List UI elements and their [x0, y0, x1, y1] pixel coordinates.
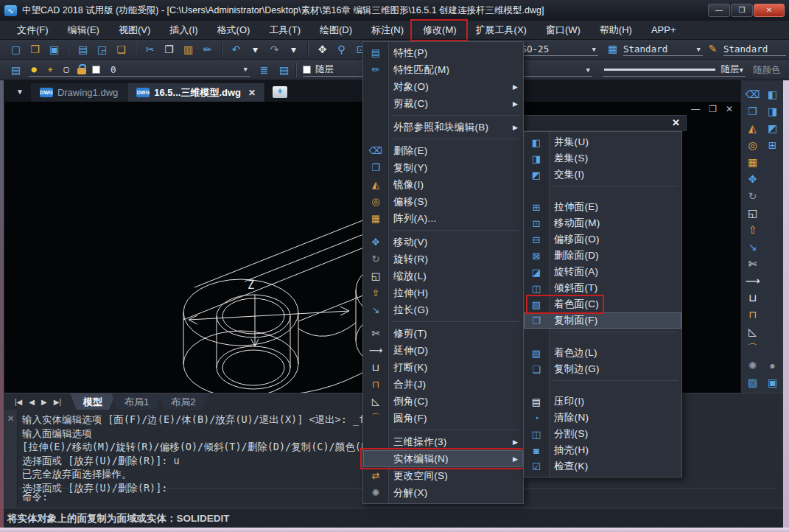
table-style-combo[interactable]: Standard ▼ [623, 43, 703, 56]
layer-vp-icon[interactable]: ▢ [61, 61, 71, 77]
stretch-icon[interactable]: ⇧ [744, 222, 761, 238]
layer-freeze-icon[interactable]: ✳ [45, 61, 55, 77]
layer-on-bulb-icon[interactable]: ● [29, 61, 39, 77]
edit-hatch-icon[interactable]: ▨ [744, 374, 761, 391]
menu-item-match-properties[interactable]: ✏ 特性匹配(M) [363, 61, 523, 78]
mleader-style-icon[interactable]: ✎ [704, 41, 721, 57]
menu-item-shell[interactable]: ◙ 抽壳(H) [524, 442, 681, 458]
lineweight-combo[interactable]: 随层 ▼ [603, 63, 746, 77]
menu-item-offset[interactable]: ◎ 偏移(S) [363, 193, 523, 210]
close-button[interactable]: ✕ [754, 4, 785, 17]
extend-icon[interactable]: ⟶ [744, 273, 761, 289]
menu-item-separate[interactable]: ◫ 分割(S) [524, 426, 681, 442]
layer-combo[interactable]: ●✳▢ 0 ▼ [29, 63, 250, 77]
menu-item-color-edges[interactable]: ▨ 着色边(L) [524, 345, 681, 361]
restore-button[interactable]: ❐ [731, 4, 753, 17]
menu-item-clip[interactable]: 剪裁(C) ▶ [363, 95, 523, 112]
menu-item-intersect[interactable]: ◩ 交集(I) [524, 167, 681, 183]
menu-item-3d-operations[interactable]: 三维操作(3) ▶ [363, 433, 523, 450]
print-preview-icon[interactable]: ◲ [94, 41, 111, 57]
menu-item-rotate[interactable]: ↻ 旋转(R) [363, 251, 523, 267]
menu-item-break[interactable]: ⊔ 打断(K) [363, 359, 523, 376]
cut-icon[interactable]: ✂ [141, 41, 158, 57]
menu-item-move[interactable]: ✥ 移动(V) [363, 234, 523, 251]
command-prompt[interactable]: 命令: [22, 491, 48, 504]
new-file-icon[interactable]: ▢ [7, 41, 24, 57]
menu-insert[interactable]: 插入(I) [160, 21, 207, 39]
menu-item-stretch[interactable]: ⇧ 拉伸(H) [363, 284, 523, 301]
new-tab-button[interactable]: + [273, 86, 287, 98]
menu-item-extrude-faces[interactable]: ⊞ 拉伸面(E) [524, 199, 681, 215]
mirror-icon[interactable]: ◭ [744, 120, 761, 136]
menu-edit[interactable]: 编辑(E) [58, 21, 109, 39]
save-file-icon[interactable]: ▣ [46, 41, 63, 57]
chevron-down-icon[interactable]: ▼ [244, 66, 250, 73]
chamfer-icon[interactable]: ◺ [744, 323, 761, 340]
copy-icon[interactable]: ❐ [744, 103, 761, 119]
layer-match-icon[interactable]: ≣ [256, 62, 273, 78]
menu-draw[interactable]: 绘图(D) [310, 21, 362, 39]
undo-icon[interactable]: ↶ [228, 41, 245, 57]
menu-item-move-faces[interactable]: ⊡ 移动面(M) [524, 215, 681, 231]
menu-view[interactable]: 视图(V) [109, 21, 160, 39]
menu-item-delete-faces[interactable]: ⊠ 删除面(D) [524, 248, 681, 264]
lengthen-icon[interactable]: ↘ [744, 239, 761, 255]
menu-express-tools[interactable]: 扩展工具(X) [466, 21, 536, 39]
menu-item-change-space[interactable]: ⇄ 更改空间(S) [363, 467, 523, 484]
erase-icon[interactable]: ⌫ [744, 86, 761, 102]
layer-lock-icon[interactable] [77, 68, 86, 74]
menu-item-erase[interactable]: ⌫ 删除(E) [363, 142, 523, 159]
open-file-icon[interactable]: ❒ [27, 41, 43, 57]
move-icon[interactable]: ✥ [744, 171, 761, 187]
print-icon[interactable]: ▤ [74, 41, 91, 57]
menu-item-join[interactable]: ⊓ 合并(J) [363, 376, 523, 393]
layer-manager-icon[interactable]: ▤ [7, 62, 24, 78]
menu-item-solids-editing[interactable]: 实体编辑(N) ▶ [363, 450, 523, 467]
extrude-faces-icon[interactable]: ⊞ [764, 137, 781, 153]
menu-item-extend[interactable]: ⟶ 延伸(D) [363, 342, 523, 359]
layout-next-icon[interactable]: ▶ [41, 398, 47, 406]
mleader-style-combo[interactable]: Standard [723, 43, 786, 56]
menu-item-trim[interactable]: ✄ 修剪(T) [363, 325, 523, 342]
fillet-icon[interactable]: ⌒ [744, 340, 761, 357]
command-close-icon[interactable]: ✕ [4, 413, 17, 424]
menu-item-array[interactable]: ▦ 阵列(A)... [363, 210, 523, 227]
copy-icon[interactable]: ❐ [161, 41, 178, 57]
scale-icon[interactable]: ◱ [744, 205, 761, 221]
menu-file[interactable]: 文件(F) [7, 21, 58, 39]
menu-item-copy-edges[interactable]: ❏ 复制边(G) [524, 361, 681, 377]
table-style-icon[interactable]: ▦ [604, 41, 621, 57]
undo-dropdown-icon[interactable]: ▾ [247, 41, 264, 57]
menu-tools[interactable]: 工具(T) [259, 21, 310, 39]
subtract-icon[interactable]: ◨ [764, 103, 781, 119]
tab-layout1[interactable]: 布局1 [111, 393, 162, 410]
menu-item-copy[interactable]: ❐ 复制(Y) [363, 159, 523, 176]
redo-dropdown-icon[interactable]: ▾ [285, 41, 302, 57]
plotstyle-combo[interactable]: 随颜色 [753, 63, 786, 77]
menu-item-color-faces[interactable]: ▧ 着色面(C) [524, 296, 681, 312]
settings-icon[interactable]: ▣ [764, 374, 781, 391]
floating-panel-close-icon[interactable]: ✕ [672, 117, 680, 128]
menu-item-scale[interactable]: ◱ 缩放(L) [363, 267, 523, 284]
menu-window[interactable]: 窗口(W) [536, 21, 590, 39]
pan-icon[interactable]: ✥ [314, 41, 331, 57]
menu-app-plus[interactable]: APP+ [642, 22, 686, 38]
menu-item-check[interactable]: ☑ 检查(K) [524, 458, 681, 475]
dim-style-combo[interactable]: ISO-25 ▼ [516, 43, 598, 56]
menu-item-object[interactable]: 对象(O) ▶ [363, 78, 523, 95]
break-icon[interactable]: ⊔ [744, 290, 761, 306]
menu-help[interactable]: 帮助(H) [590, 21, 642, 39]
menu-item-offset-faces[interactable]: ⊟ 偏移面(O) [524, 231, 681, 248]
menu-item-properties[interactable]: ▤ 特性(P) [363, 44, 523, 61]
menu-item-chamfer[interactable]: ◺ 倒角(C) [363, 393, 523, 410]
menu-item-union[interactable]: ◧ 并集(U) [524, 134, 681, 150]
intersect-icon[interactable]: ◩ [764, 120, 781, 136]
menu-item-explode[interactable]: ✺ 分解(X) [363, 484, 523, 501]
tab-list-dropdown-icon[interactable]: ▼ [0, 88, 31, 102]
menu-item-subtract[interactable]: ◨ 差集(S) [524, 150, 681, 167]
menu-format[interactable]: 格式(O) [208, 21, 260, 39]
menu-item-lengthen[interactable]: ↘ 拉长(G) [363, 301, 523, 318]
menu-item-fillet[interactable]: ⌒ 圆角(F) [363, 410, 523, 427]
doc-minimize-button[interactable]: — [691, 104, 700, 114]
plot-icon[interactable]: ❏ [113, 41, 130, 57]
